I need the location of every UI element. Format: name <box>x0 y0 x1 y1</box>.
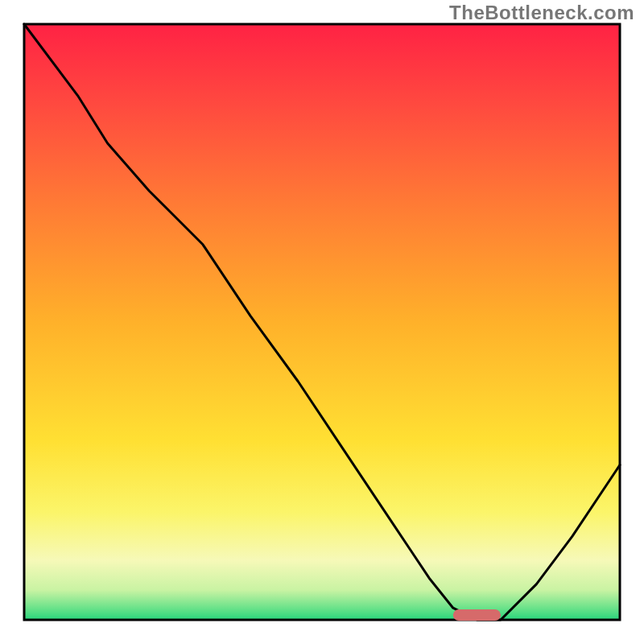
watermark-text: TheBottleneck.com <box>449 2 634 24</box>
chart-container: TheBottleneck.com <box>0 0 644 644</box>
chart-svg <box>0 0 644 644</box>
optimal-marker <box>453 609 501 621</box>
plot-background <box>24 24 620 620</box>
